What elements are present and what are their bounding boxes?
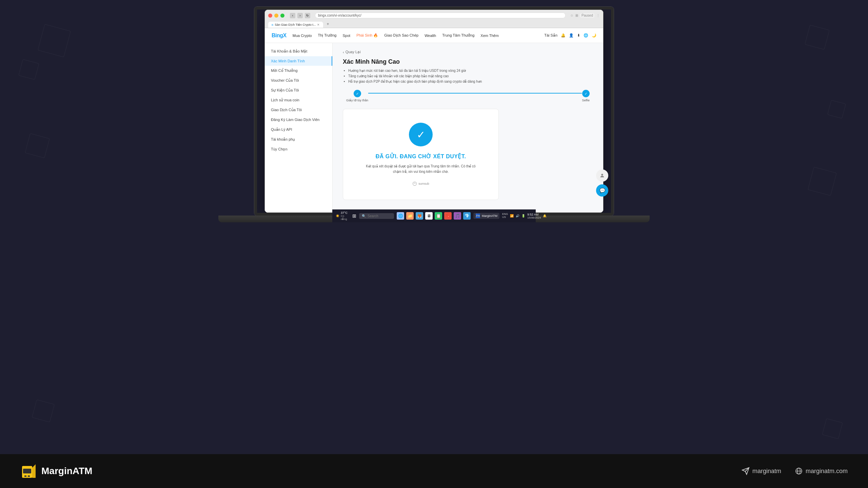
taskbar-icon-6[interactable]: 🔖: [444, 212, 452, 213]
site-logo: BingX: [272, 33, 287, 39]
svg-point-0: [413, 182, 417, 185]
sumsub-branding: sumsub: [350, 181, 492, 186]
deco-7: [32, 400, 55, 422]
nav-download-icon[interactable]: ⬇: [577, 33, 580, 38]
close-button[interactable]: [268, 14, 272, 18]
user-avatar-icon: [599, 173, 604, 178]
paused-label[interactable]: Paused: [580, 13, 594, 18]
deco-3: [25, 133, 50, 158]
brand-logo: MarginATM: [20, 463, 92, 480]
nav-xem-them[interactable]: Xem Thêm: [480, 34, 499, 38]
browser-controls: ‹ › ↻ bingx.com/vi-vn/account/kyc/ ☆ ⊞ P…: [268, 13, 600, 18]
nav-trung-tam-thuong[interactable]: Trung Tâm Thưởng: [442, 33, 474, 38]
address-bar[interactable]: bingx.com/vi-vn/account/kyc/: [315, 13, 566, 18]
sidebar-item-xac-minh[interactable]: Xác Minh Danh Tính: [265, 56, 332, 66]
taskbar-icon-2[interactable]: 📁: [406, 212, 414, 213]
check-circle: ✓: [409, 123, 433, 146]
back-nav-icon[interactable]: ‹: [290, 13, 295, 18]
browser-chrome: ‹ › ↻ bingx.com/vi-vn/account/kyc/ ☆ ⊞ P…: [265, 10, 603, 28]
checkmark-icon: ✓: [417, 129, 425, 141]
weather-temp: 37°C: [341, 211, 348, 213]
sidebar-item-tai-khoan[interactable]: Tài Khoản & Bảo Mật: [265, 46, 332, 56]
nav-thi-truong[interactable]: Thị Trường: [318, 33, 337, 38]
bookmark-icon[interactable]: ☆: [570, 14, 573, 17]
benefit-item-3: Hỗ trợ giao dịch P2P để thực hiện các gi…: [348, 79, 593, 84]
website-label: marginatm.com: [806, 468, 848, 475]
back-link[interactable]: ‹ Quay Lại: [343, 50, 593, 54]
nav-phai-sinh[interactable]: Phái Sinh 🔥: [356, 33, 378, 38]
brand-bar: MarginATM marginatm marginatm.com: [0, 454, 868, 488]
sidebar-item-su-kien[interactable]: Sự Kiện Của Tôi: [265, 85, 332, 95]
benefit-item-2: Tăng cường bảo vệ tài khoản với các biện…: [348, 74, 593, 79]
nav-tai-san[interactable]: Tài Sản: [544, 33, 557, 38]
telegram-link[interactable]: marginatm: [742, 467, 781, 475]
sidebar-item-lich-su-mua[interactable]: Lịch sử mua coin: [265, 95, 332, 105]
taskbar-icon-8[interactable]: 💎: [463, 212, 471, 213]
nav-language-icon[interactable]: 🌐: [584, 33, 588, 38]
globe-icon: [795, 467, 803, 475]
full-page: ‹ › ↻ bingx.com/vi-vn/account/kyc/ ☆ ⊞ P…: [0, 0, 868, 488]
svg-rect-4: [24, 475, 26, 477]
browser-right-icons: ☆ ⊞ Paused ⋮: [570, 13, 600, 18]
forward-nav-icon[interactable]: ›: [297, 13, 303, 18]
telegram-icon: [742, 467, 750, 475]
nav-user-icon[interactable]: 👤: [569, 33, 574, 38]
float-user-button[interactable]: [596, 169, 604, 182]
step-2-label: Selfie: [582, 99, 590, 102]
nav-giao-dich-sao-chep[interactable]: Giao Dịch Sao Chép: [384, 33, 418, 38]
sidebar-item-quan-ly-api[interactable]: Quản Lý API: [265, 125, 332, 135]
step-1: ✓ Giấy tờ tùy thân: [346, 90, 368, 102]
tab-favicon: B: [272, 23, 273, 26]
sumsub-logo-icon: [412, 181, 417, 186]
maximize-button[interactable]: [280, 14, 284, 18]
step-1-label: Giấy tờ tùy thân: [346, 99, 368, 102]
telegram-label: marginatm: [752, 468, 781, 475]
back-label-text: Quay Lại: [346, 50, 361, 54]
brand-links: marginatm marginatm.com: [742, 467, 848, 475]
menu-icon[interactable]: ⋮: [596, 14, 600, 17]
kyc-status-card: ✓ ĐÃ GỬI. ĐANG CHỜ XÉT DUYỆT. Kết quả xé…: [343, 109, 499, 200]
taskbar-icon-5[interactable]: 📋: [435, 212, 442, 213]
nav-theme-icon[interactable]: 🌙: [592, 33, 596, 38]
brand-name-text: MarginATM: [41, 466, 92, 476]
tab-bar: B Sàn Giao Dịch Tiền Crypto t... ✕ +: [268, 20, 600, 28]
taskbar-icon-1[interactable]: 🌐: [397, 212, 404, 213]
deco-5: [827, 100, 846, 119]
benefits-list: Hướng hạn mức rút tiền cao hơn, tối đa l…: [343, 68, 593, 84]
sidebar-item-tai-khoan-phu[interactable]: Tài khoản phụ: [265, 135, 332, 144]
deco-1: [38, 24, 71, 57]
browser-window: ‹ › ↻ bingx.com/vi-vn/account/kyc/ ☆ ⊞ P…: [264, 9, 604, 213]
nav-wealth[interactable]: Wealth: [425, 34, 436, 38]
sidebar-item-moi-co-thuong[interactable]: Mời Cổ Thưởng: [265, 66, 332, 76]
nav-notification-icon[interactable]: 🔔: [561, 33, 566, 38]
step-2-circle: ✓: [582, 90, 590, 97]
taskbar-icon-3[interactable]: 🦊: [416, 212, 423, 213]
taskbar-icon-4[interactable]: 🖥: [425, 212, 433, 213]
tab-icon[interactable]: ⊞: [575, 14, 578, 17]
sidebar-item-dang-ky[interactable]: Đăng Ký Làm Giao Dịch Viên: [265, 115, 332, 125]
brand-atm-icon: [20, 463, 37, 480]
browser-tab[interactable]: B Sàn Giao Dịch Tiền Crypto t... ✕: [268, 22, 323, 28]
taskbar: ☀️ 37°C Có nắng ⊞ 🔍: [332, 209, 536, 213]
sidebar: Tài Khoản & Bảo Mật Xác Minh Danh Tính M…: [265, 43, 333, 212]
tab-title: Sàn Giao Dịch Tiền Crypto t...: [275, 23, 316, 26]
float-chat-button[interactable]: 💬: [596, 184, 604, 197]
sidebar-item-tuy-chon[interactable]: Tùy Chọn: [265, 144, 332, 154]
svg-rect-3: [23, 469, 31, 473]
taskbar-icon-7[interactable]: 🎵: [454, 212, 461, 213]
chat-icon: 💬: [599, 188, 604, 193]
tab-close-icon[interactable]: ✕: [317, 23, 320, 26]
taskbar-center-icons: 🌐 📁 🦊 🖥 📋 🔖 🎵 💎: [397, 212, 471, 213]
sidebar-item-giao-dich[interactable]: Giao Dịch Của Tôi: [265, 105, 332, 115]
new-tab-button[interactable]: +: [324, 20, 332, 28]
nav-spot[interactable]: Spot: [342, 34, 350, 38]
main-content: ‹ Quay Lại Xác Minh Nâng Cao Hướng hạn m…: [333, 43, 603, 212]
website-link[interactable]: marginatm.com: [795, 467, 848, 475]
step-1-circle: ✓: [354, 90, 361, 97]
refresh-nav-icon[interactable]: ↻: [305, 13, 310, 18]
minimize-button[interactable]: [274, 14, 278, 18]
sidebar-item-voucher[interactable]: Voucher Của Tôi: [265, 76, 332, 85]
nav-mua-crypto[interactable]: Mua Crypto: [293, 34, 312, 38]
weather-widget: ☀️ 37°C Có nắng: [336, 211, 348, 213]
deco-6: [808, 167, 837, 196]
